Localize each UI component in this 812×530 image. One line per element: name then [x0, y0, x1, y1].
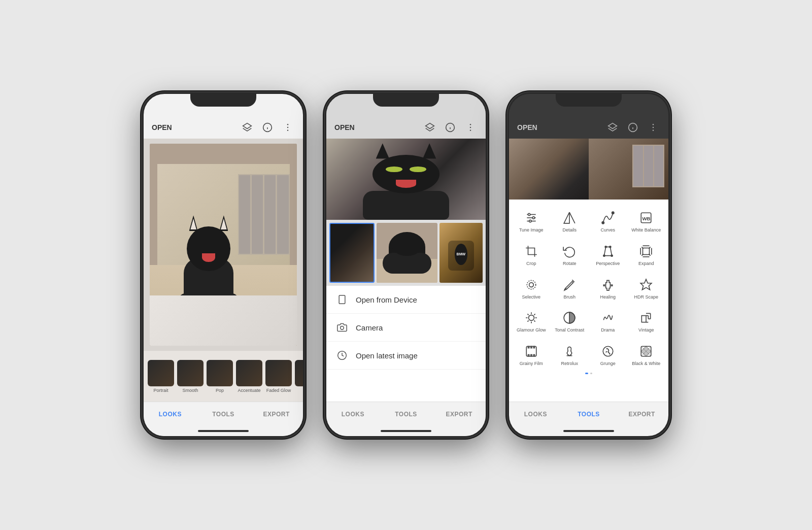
- photo-3-bmw[interactable]: BMW: [439, 223, 483, 283]
- svg-point-40: [611, 255, 613, 256]
- tool-drama[interactable]: Drama: [590, 306, 626, 337]
- info-icon-1[interactable]: [260, 120, 275, 135]
- bedding: [150, 295, 297, 346]
- tool-grainy[interactable]: Grainy Film: [513, 339, 550, 371]
- look-faded-glow[interactable]: Faded Glow: [265, 360, 292, 393]
- svg-point-33: [602, 222, 604, 224]
- more-icon-1[interactable]: [281, 120, 295, 135]
- svg-point-13: [470, 130, 471, 131]
- notch-3: [556, 92, 622, 107]
- nav-export-1[interactable]: EXPORT: [250, 411, 303, 418]
- tool-selective-label: Selective: [522, 294, 540, 300]
- tools-panel-3: Tune Image Details: [509, 200, 668, 402]
- nav-tools-1[interactable]: TOOLS: [197, 411, 250, 418]
- menu-camera[interactable]: Camera: [326, 314, 486, 342]
- nav-tools-2[interactable]: TOOLS: [380, 411, 433, 418]
- image-area-3: [509, 139, 668, 200]
- tool-crop-label: Crop: [526, 261, 536, 267]
- open-button-1[interactable]: OPEN: [152, 123, 240, 131]
- svg-point-38: [609, 246, 611, 248]
- look-label-pop: Pop: [216, 388, 224, 393]
- scroll-dots: [513, 371, 664, 376]
- tool-perspective-label: Perspective: [596, 261, 620, 267]
- tool-crop[interactable]: Crop: [513, 239, 550, 271]
- look-extra[interactable]: M: [295, 360, 303, 393]
- tool-curves[interactable]: Curves: [590, 206, 626, 237]
- svg-rect-65: [533, 346, 534, 348]
- info-icon-3[interactable]: [626, 120, 640, 135]
- svg-point-5: [287, 127, 289, 128]
- tool-glamour[interactable]: Glamour Glow: [513, 306, 550, 337]
- tool-grunge[interactable]: Grunge: [590, 339, 626, 371]
- cat-image-1: [150, 144, 297, 346]
- tool-tune-image[interactable]: Tune Image: [513, 206, 550, 237]
- look-smooth[interactable]: Smooth: [177, 360, 204, 393]
- tool-perspective[interactable]: Perspective: [590, 239, 626, 271]
- phone-2: OPEN: [325, 92, 487, 438]
- tool-retrolux[interactable]: Retrolux: [552, 339, 588, 371]
- open-button-3[interactable]: OPEN: [517, 123, 605, 131]
- tool-vintage-label: Vintage: [638, 327, 654, 333]
- menu-list-2: Open from Device Camera: [326, 286, 486, 402]
- look-label-smooth: Smooth: [182, 388, 198, 393]
- tool-wb[interactable]: WB White Balance: [628, 206, 665, 237]
- tool-hdr[interactable]: HDR Scape: [628, 273, 665, 304]
- nav-export-2[interactable]: EXPORT: [432, 411, 486, 418]
- bottom-nav-2: LOOKS TOOLS EXPORT: [326, 402, 486, 426]
- open-button-2[interactable]: OPEN: [334, 123, 423, 131]
- tool-tonal[interactable]: Tonal Contrast: [552, 306, 588, 337]
- tool-healing-label: Healing: [600, 294, 616, 300]
- hdr-icon: [639, 278, 653, 292]
- photo-2[interactable]: [377, 223, 437, 283]
- look-thumb-accentuate: [236, 360, 262, 386]
- svg-point-30: [529, 220, 531, 222]
- menu-camera-label: Camera: [356, 323, 383, 332]
- tool-glamour-label: Glamour Glow: [517, 327, 546, 333]
- crop-icon: [524, 244, 538, 258]
- tool-details[interactable]: Details: [552, 206, 588, 237]
- svg-line-32: [569, 212, 575, 223]
- layers-icon-3[interactable]: [605, 120, 620, 135]
- more-icon-2[interactable]: [463, 120, 478, 135]
- more-icon-3[interactable]: [646, 120, 660, 135]
- tool-hdr-label: HDR Scape: [634, 294, 658, 300]
- svg-point-24: [653, 130, 654, 131]
- menu-latest[interactable]: Open latest image: [326, 342, 486, 370]
- main-content-1: Portrait Smooth Pop Accentuate Faded Glo…: [144, 139, 303, 402]
- nav-looks-2[interactable]: LOOKS: [326, 411, 380, 418]
- look-label-portrait: Portrait: [153, 388, 168, 393]
- tune-icon: [524, 211, 538, 225]
- top-icons-2: [423, 120, 478, 135]
- info-icon-2[interactable]: [443, 120, 457, 135]
- home-indicator-2: [326, 426, 486, 436]
- bw-icon: [639, 344, 653, 358]
- nav-export-3[interactable]: EXPORT: [615, 411, 668, 418]
- nav-looks-3[interactable]: LOOKS: [509, 411, 562, 418]
- look-portrait[interactable]: Portrait: [148, 360, 174, 393]
- tool-rotate[interactable]: Rotate: [552, 239, 588, 271]
- tool-selective[interactable]: Selective: [513, 273, 550, 304]
- tool-bw[interactable]: Black & White: [628, 339, 665, 371]
- layers-icon-2[interactable]: [423, 120, 437, 135]
- photo-1-selected[interactable]: [329, 223, 375, 283]
- svg-point-28: [528, 213, 530, 215]
- tool-brush[interactable]: Brush: [552, 273, 588, 304]
- look-pop[interactable]: Pop: [207, 360, 233, 393]
- tool-wb-label: White Balance: [631, 227, 661, 233]
- tool-expand[interactable]: Expand: [628, 239, 665, 271]
- nav-tools-3[interactable]: TOOLS: [562, 411, 616, 418]
- grainy-icon: [524, 344, 538, 358]
- tool-vintage[interactable]: Vintage: [628, 306, 665, 337]
- tool-tonal-label: Tonal Contrast: [555, 327, 584, 333]
- svg-marker-18: [608, 123, 617, 129]
- menu-open-device[interactable]: Open from Device: [326, 286, 486, 314]
- tool-grainy-label: Grainy Film: [520, 361, 543, 367]
- look-accentuate[interactable]: Accentuate: [236, 360, 262, 393]
- tool-healing[interactable]: Healing: [590, 273, 626, 304]
- photo-1-thumb: [330, 224, 374, 282]
- tool-retrolux-label: Retrolux: [561, 361, 578, 367]
- layers-icon-1[interactable]: [240, 120, 254, 135]
- selective-icon: [524, 278, 538, 292]
- tool-drama-label: Drama: [601, 327, 615, 333]
- nav-looks-1[interactable]: LOOKS: [144, 411, 197, 418]
